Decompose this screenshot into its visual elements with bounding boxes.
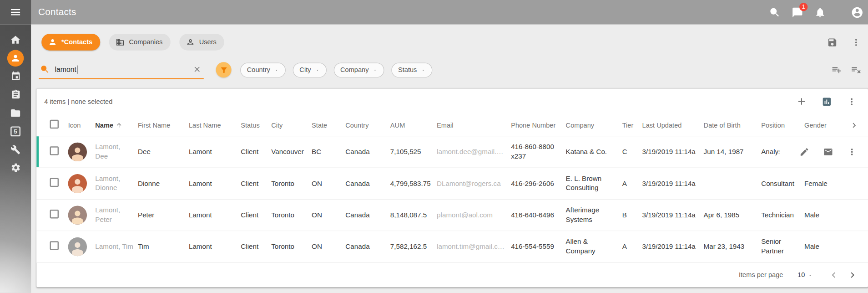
chart-view-button[interactable] <box>822 96 832 107</box>
topbar-actions: 1 <box>768 5 868 19</box>
kebab-icon <box>847 147 857 157</box>
column-header-country[interactable]: Country <box>345 121 390 129</box>
settings-gear-icon <box>10 163 21 173</box>
search-button[interactable] <box>768 5 781 19</box>
filter-label: Company <box>340 66 368 74</box>
screen: Contacts 1 <box>0 0 868 293</box>
menu-button[interactable] <box>0 0 31 25</box>
row-actions <box>779 147 868 157</box>
cell-city: Toronto <box>271 179 312 188</box>
chevron-right-icon <box>849 120 859 130</box>
search-icon <box>769 6 781 18</box>
sort-ascending-icon <box>116 122 122 129</box>
column-header-tier[interactable]: Tier <box>622 121 642 129</box>
column-header-aum[interactable]: AUM <box>390 121 437 129</box>
avatar <box>68 206 87 224</box>
table-row[interactable]: Lamont, Dee Dee Lamont Client Vancouver … <box>36 136 868 168</box>
cell-tier: A <box>622 242 642 252</box>
edit-button[interactable] <box>799 147 809 157</box>
tasks-icon <box>10 89 21 100</box>
clear-search-button[interactable] <box>192 65 201 73</box>
chevron-down-icon <box>373 67 378 72</box>
filter-button[interactable] <box>216 62 232 77</box>
messages-button[interactable]: 1 <box>791 5 804 19</box>
page-size-select[interactable]: 10 <box>797 271 812 279</box>
table-overflow-button[interactable] <box>847 96 857 107</box>
account-icon <box>851 6 863 19</box>
previous-page-button[interactable] <box>828 269 839 280</box>
clear-sort-button[interactable] <box>851 64 861 75</box>
row-checkbox[interactable] <box>50 209 59 218</box>
column-header-email[interactable]: Email <box>437 121 511 129</box>
column-header-company[interactable]: Company <box>566 121 622 129</box>
sidebar-item-settings[interactable] <box>0 159 31 177</box>
filter-city[interactable]: City <box>293 62 327 77</box>
column-header-state[interactable]: State <box>312 121 345 129</box>
cell-last-updated: 3/19/2019 11:14a <box>642 242 704 252</box>
cell-last-updated: 3/19/2019 11:14a <box>642 179 704 188</box>
sidebar-item-calendar[interactable] <box>0 67 31 85</box>
notification-badge: 1 <box>799 3 807 11</box>
column-header-last-updated[interactable]: Last Updated <box>642 121 704 129</box>
notifications-button[interactable] <box>813 5 827 19</box>
column-header-city[interactable]: City <box>271 121 312 129</box>
column-header-gender[interactable]: Gender <box>804 121 835 129</box>
filter-country[interactable]: Country <box>240 62 286 77</box>
sidebar-item-contacts[interactable] <box>0 49 31 67</box>
filter-company[interactable]: Company <box>333 62 384 77</box>
tab-contacts[interactable]: *Contacts <box>41 34 100 51</box>
cell-status: Client <box>241 179 271 188</box>
cell-company: Afterimage Systems <box>566 206 622 224</box>
save-button[interactable] <box>827 37 838 48</box>
tab-users[interactable]: Users <box>179 34 224 51</box>
tab-companies[interactable]: Companies <box>109 34 171 51</box>
column-header-first-name[interactable]: First Name <box>138 121 189 129</box>
next-page-button[interactable] <box>847 269 858 280</box>
app-window: Contacts 1 <box>0 0 868 293</box>
cell-aum: 4,799,583.75 <box>390 179 437 188</box>
table-row[interactable]: Lamont, Tim Tim Lamont Client Toronto ON… <box>36 231 868 262</box>
cell-status: Client <box>241 211 271 220</box>
row-checkbox[interactable] <box>50 146 59 155</box>
cell-last-updated: 3/19/2019 11:14a <box>642 211 704 220</box>
contacts-icon <box>10 53 20 63</box>
sidebar-item-accounts[interactable]: 5 <box>0 122 31 140</box>
column-header-status[interactable]: Status <box>241 121 271 129</box>
cell-last-updated: 3/19/2019 11:14a <box>642 147 704 157</box>
add-sort-button[interactable] <box>832 64 842 75</box>
account-button[interactable] <box>850 5 863 19</box>
search-value: lamont <box>55 65 76 73</box>
email-button[interactable] <box>823 147 833 157</box>
row-checkbox[interactable] <box>50 241 59 250</box>
column-header-dob[interactable]: Date of Birth <box>704 121 762 129</box>
cell-state: BC <box>312 147 345 157</box>
kebab-icon <box>851 37 861 48</box>
filter-status[interactable]: Status <box>391 62 432 77</box>
view-overflow-button[interactable] <box>851 37 861 48</box>
row-overflow-button[interactable] <box>847 147 857 157</box>
column-header-phone[interactable]: Phone Number <box>511 121 565 129</box>
sidebar: 5 <box>0 25 31 293</box>
table-row[interactable]: Lamont, Dionne Dionne Lamont Client Toro… <box>36 168 868 200</box>
row-checkbox[interactable] <box>50 178 59 186</box>
cell-company: E. L. Brown Consulting <box>566 174 622 193</box>
sidebar-item-documents[interactable] <box>0 104 31 122</box>
cell-name: Lamont, Dee <box>95 143 138 161</box>
filter-label: City <box>299 66 311 74</box>
pencil-icon <box>799 147 809 157</box>
column-header-position[interactable]: Position <box>761 121 804 129</box>
bar-chart-icon <box>822 96 832 107</box>
search-input[interactable]: lamont <box>39 61 204 79</box>
column-header-name[interactable]: Name <box>95 121 138 129</box>
sidebar-item-tools[interactable] <box>0 140 31 159</box>
add-contact-button[interactable] <box>796 96 807 107</box>
more-columns-button[interactable] <box>849 120 868 130</box>
cell-phone: 416-296-2606 <box>511 179 565 188</box>
cell-aum: 7,105,525 <box>390 147 437 157</box>
sidebar-item-tasks[interactable] <box>0 85 31 103</box>
sidebar-item-home[interactable] <box>0 31 31 49</box>
table-row[interactable]: Lamont, Peter Peter Lamont Client Toront… <box>36 200 868 231</box>
column-header-last-name[interactable]: Last Name <box>189 121 241 129</box>
column-header-icon[interactable]: Icon <box>68 121 96 129</box>
select-all-checkbox[interactable] <box>50 120 59 129</box>
